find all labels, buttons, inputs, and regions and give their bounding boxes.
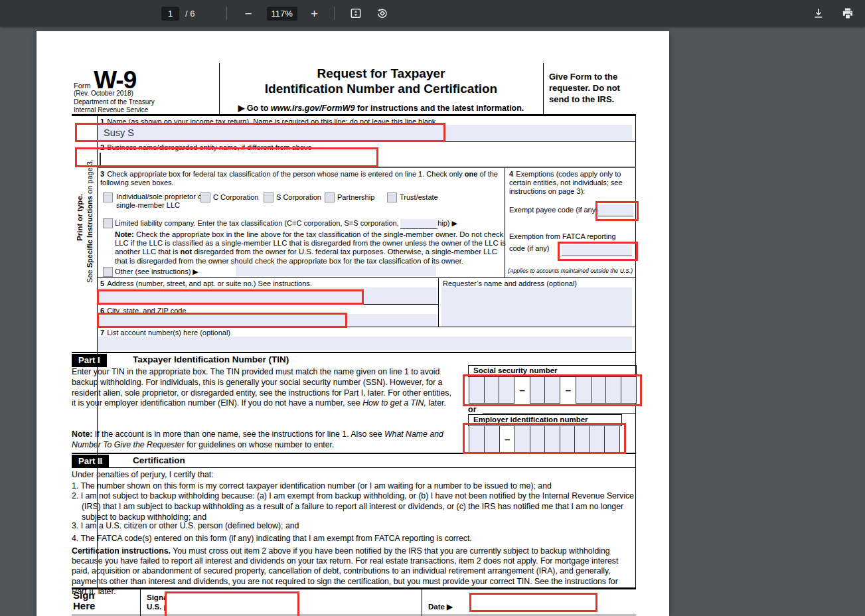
checkbox-individual[interactable] [103, 193, 113, 202]
requester-field[interactable] [441, 287, 632, 327]
checkbox-partnership-label: Partnership [337, 193, 374, 202]
certify-item-1: 1. The number shown on this form is my c… [72, 481, 643, 492]
zoom-out-button[interactable]: − [244, 7, 252, 20]
exempt-payee-label: Exempt payee code (if any) [509, 206, 598, 214]
zoom-level-input[interactable]: 117% [267, 7, 297, 21]
form-department: Department of the Treasury [74, 98, 155, 106]
form-irs: Internal Revenue Service [74, 106, 148, 114]
see-instructions-label: See Specific Instructions on page 3. [86, 159, 94, 283]
annotation-name-field [75, 123, 445, 142]
annotation-date-field [469, 593, 597, 612]
fit-to-page-button[interactable] [349, 7, 362, 20]
pdf-canvas[interactable]: Form W-9 (Rev. October 2018) Department … [0, 27, 865, 616]
checkbox-other[interactable] [103, 267, 113, 277]
annotation-ssn-field [463, 374, 642, 406]
print-icon [841, 7, 854, 20]
checkbox-s-corporation[interactable] [264, 193, 274, 202]
toolbar-divider [334, 7, 335, 20]
annotation-signature-field [165, 591, 299, 616]
sign-here-label: SignHere [73, 590, 95, 611]
line4-label: 4Exemptions (codes apply only to certain… [509, 170, 631, 196]
annotation-business-name-field [75, 147, 378, 167]
zoom-in-button[interactable]: + [311, 7, 318, 20]
rotate-button[interactable] [376, 7, 389, 20]
checkbox-c-corporation-label: C Corporation [213, 193, 258, 202]
fatca-label-2: code (if any) [509, 244, 550, 253]
fit-to-page-icon [349, 7, 362, 20]
part2-title: Certification [133, 455, 185, 465]
annotation-ein-field [463, 423, 626, 454]
print-button[interactable] [841, 7, 854, 20]
goto-line: ▶ Go to www.irs.gov/FormW9 for instructi… [219, 103, 543, 113]
checkbox-llc[interactable] [103, 218, 113, 228]
or-label: or [468, 405, 477, 414]
checkbox-c-corporation[interactable] [200, 193, 210, 202]
certify-item-3: 3. I am a U.S. citizen or other U.S. per… [72, 521, 643, 532]
annotation-address-field [97, 289, 364, 305]
date-label: Date ▶ [428, 602, 453, 611]
checkbox-trust-estate[interactable] [387, 193, 397, 202]
download-icon [812, 7, 825, 20]
line3-label: 3Check appropriate box for federal tax c… [100, 170, 500, 187]
annotation-fatca-field [558, 242, 638, 261]
checkbox-llc-label: Limited liability company. Enter the tax… [115, 219, 507, 228]
account-numbers-field[interactable] [98, 337, 632, 350]
page-count-label: / 6 [185, 9, 195, 19]
toolbar-divider [226, 7, 227, 20]
part1-paragraph: Enter your TIN in the appropriate box. T… [72, 367, 454, 409]
certify-item-2: 2. I am not subject to backup withholdin… [72, 491, 643, 522]
checkbox-s-corporation-label: S Corporation [276, 193, 321, 202]
pdf-viewer-toolbar: 1 / 6 − 117% + [0, 0, 865, 27]
annotation-exempt-payee-field [595, 201, 639, 221]
part1-title: Taxpayer Identification Number (TIN) [133, 354, 289, 364]
form-revision: (Rev. October 2018) [74, 90, 133, 98]
applies-note: (Applies to accounts maintained outside … [508, 268, 633, 274]
part2-badge: Part II [72, 455, 109, 468]
checkbox-partnership[interactable] [325, 193, 335, 202]
part1-note: Note: If the account is in more than one… [72, 429, 457, 451]
fatca-label-1: Exemption from FATCA reporting [509, 232, 616, 241]
annotation-city-field [97, 313, 347, 328]
llc-classification-field[interactable] [400, 219, 437, 229]
give-form-note: Give Form to the requester. Do not send … [549, 71, 632, 105]
form-title: Request for Taxpayer Identification Numb… [219, 66, 543, 96]
part1-badge: Part I [72, 354, 107, 367]
llc-note: Note: Check the appropriate box in the l… [115, 230, 509, 266]
rotate-counterclockwise-icon [376, 7, 389, 20]
certify-intro: Under penalties of perjury, I certify th… [72, 470, 214, 481]
page-number-input[interactable]: 1 [161, 7, 179, 21]
download-button[interactable] [812, 7, 825, 20]
w9-form-page: Form W-9 (Rev. October 2018) Department … [37, 31, 669, 616]
checkbox-individual-label: Individual/sole proprietor orsingle-memb… [116, 193, 204, 210]
other-field[interactable] [236, 266, 436, 276]
irs-url: www.irs.gov/FormW9 [271, 104, 355, 113]
print-or-type-label: Print or type. [76, 194, 84, 241]
checkbox-other-label: Other (see instructions) ▶ [115, 268, 198, 276]
checkbox-trust-estate-label: Trust/estate [400, 193, 438, 202]
certify-item-4: 4. The FATCA code(s) entered on this for… [72, 534, 643, 544]
